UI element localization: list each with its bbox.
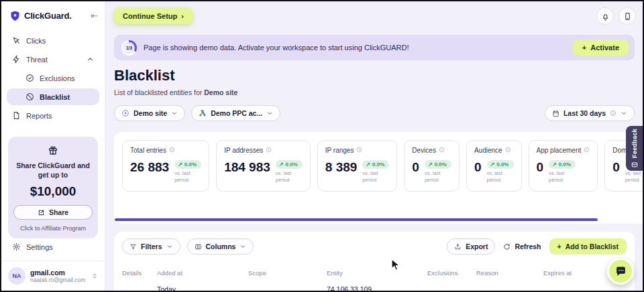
site-target-icon bbox=[121, 109, 129, 117]
external-link-icon bbox=[38, 209, 45, 216]
feedback-tab[interactable]: Feedback bbox=[626, 126, 643, 171]
column-header[interactable]: Exclusions bbox=[427, 269, 476, 277]
stat-sub: vs. last period bbox=[625, 170, 644, 184]
stat-card-audience: Audience 0 ↗0.0% vs. last period bbox=[466, 140, 522, 192]
export-button[interactable]: Export bbox=[447, 238, 495, 254]
table-toolbar: Filters Columns bbox=[122, 238, 627, 254]
activate-button[interactable]: + Activate bbox=[573, 40, 629, 56]
stat-sub: vs. last period bbox=[362, 170, 389, 184]
gift-icon bbox=[48, 145, 58, 155]
trend-up-icon: ↗ bbox=[279, 161, 284, 167]
refresh-button[interactable]: Refresh bbox=[503, 242, 541, 250]
column-header[interactable]: Reason bbox=[476, 269, 543, 277]
sidebar-item-settings[interactable]: Settings bbox=[7, 238, 99, 255]
info-icon[interactable] bbox=[584, 147, 590, 154]
promo-amount: $10,000 bbox=[13, 184, 93, 199]
funnel-icon bbox=[129, 243, 137, 250]
stat-value: 184 983 bbox=[224, 160, 270, 175]
chevron-updown-icon[interactable] bbox=[91, 272, 98, 280]
stats-panel: Total entries 26 883 ↗0.0% vs. last peri… bbox=[114, 132, 644, 224]
topbar: Continue Setup › bbox=[114, 7, 636, 25]
stat-sub: vs. last period bbox=[487, 170, 514, 184]
horizontal-scrollbar[interactable] bbox=[115, 218, 598, 221]
stats-row: Total entries 26 883 ↗0.0% vs. last peri… bbox=[122, 140, 644, 192]
table-toolbar-right: Export Refresh + Add to Blacklist bbox=[447, 238, 627, 254]
notifications-button[interactable] bbox=[596, 7, 614, 25]
column-header[interactable]: Scope bbox=[248, 269, 327, 277]
chevron-down-icon bbox=[239, 243, 246, 250]
sidebar-item-clicks[interactable]: Clicks bbox=[7, 32, 99, 49]
nav-label: Clicks bbox=[26, 37, 46, 45]
chat-bubble-icon bbox=[614, 265, 627, 278]
user-meta: gmail.com naatali.ro@gmail.com bbox=[30, 269, 85, 283]
nav-label: Reports bbox=[26, 112, 52, 120]
subtitle-site-name: Demo site bbox=[204, 88, 237, 96]
device-button[interactable] bbox=[619, 7, 636, 25]
topbar-icons bbox=[596, 7, 636, 25]
main-content: Continue Setup › 1/3 Page bbox=[106, 1, 644, 292]
feedback-envelope-icon bbox=[631, 161, 638, 168]
column-header[interactable]: Added at bbox=[157, 269, 248, 277]
trend-up-icon: ↗ bbox=[178, 161, 182, 167]
continue-setup-button[interactable]: Continue Setup › bbox=[114, 8, 193, 24]
info-icon[interactable] bbox=[266, 147, 272, 154]
feedback-label: Feedback bbox=[631, 129, 638, 158]
nav-label: Exclusions bbox=[40, 74, 75, 82]
table-header-row: Details Added at Scope Entity Exclusions… bbox=[122, 269, 627, 277]
chevron-down-icon bbox=[166, 243, 173, 250]
cell-reason bbox=[476, 285, 543, 292]
mobile-device-icon bbox=[623, 12, 632, 21]
sidebar-item-blacklist[interactable]: Blacklist bbox=[7, 88, 99, 105]
trend-badge: ↗0.0% bbox=[549, 160, 576, 169]
ppc-account-selector[interactable]: Demo PPC ac... bbox=[191, 105, 280, 121]
affiliate-link[interactable]: Click to Affiliate Program bbox=[13, 225, 93, 232]
nav-label: Settings bbox=[26, 243, 53, 251]
trend-badge: ↗0.0% bbox=[276, 160, 303, 169]
trend-badge: ↗0.0% bbox=[174, 160, 201, 169]
sidebar-item-threat[interactable]: Threat bbox=[7, 51, 99, 68]
sidebar-nav: Clicks Threat Exclusions bbox=[1, 25, 105, 126]
gear-icon bbox=[12, 242, 21, 251]
trend-up-icon: ↗ bbox=[428, 161, 433, 167]
page-subtitle: List of blacklisted entities for Demo si… bbox=[114, 88, 237, 96]
site-selector[interactable]: Demo site bbox=[114, 105, 185, 121]
stat-value: 0 bbox=[612, 160, 620, 175]
add-to-blacklist-button[interactable]: + Add to Blacklist bbox=[549, 238, 627, 254]
trend-up-icon: ↗ bbox=[552, 161, 557, 167]
document-icon bbox=[12, 111, 21, 120]
filters-button[interactable]: Filters bbox=[122, 238, 180, 254]
collapse-sidebar-icon[interactable]: ⇤ bbox=[91, 11, 98, 20]
share-button[interactable]: Share bbox=[13, 205, 93, 220]
nav-label: Threat bbox=[26, 56, 48, 64]
chevron-up-icon[interactable] bbox=[87, 56, 94, 63]
demo-data-banner: 1/3 Page is showing demo data. Activate … bbox=[114, 35, 635, 60]
affiliate-promo-card[interactable]: Share ClickGuard and get up to $10,000 S… bbox=[8, 137, 98, 238]
info-icon[interactable] bbox=[356, 147, 362, 154]
info-icon[interactable] bbox=[505, 147, 511, 154]
setup-progress-ring: 1/3 bbox=[121, 40, 137, 56]
column-header[interactable]: Details bbox=[122, 269, 157, 277]
filter-bar: Demo site Demo PPC ac... Last 30 days bbox=[114, 105, 635, 121]
chevron-down-icon bbox=[621, 110, 627, 117]
date-range-selector[interactable]: Last 30 days bbox=[545, 105, 635, 121]
columns-button[interactable]: Columns bbox=[187, 238, 254, 254]
user-account[interactable]: NA gmail.com naatali.ro@gmail.com bbox=[1, 261, 105, 292]
user-name: gmail.com bbox=[30, 269, 85, 277]
column-header[interactable]: Entity bbox=[327, 269, 427, 277]
promo-text: Share ClickGuard and get up to bbox=[13, 161, 93, 179]
info-icon[interactable] bbox=[169, 147, 175, 154]
chat-widget-button[interactable] bbox=[607, 258, 634, 285]
cell-expires-at bbox=[543, 285, 627, 292]
blacklist-table-panel: Filters Columns bbox=[114, 232, 635, 292]
stat-sub: vs. last period bbox=[174, 170, 201, 184]
sidebar-item-reports[interactable]: Reports bbox=[7, 107, 99, 124]
chevron-right-icon: › bbox=[181, 12, 184, 20]
table-row[interactable]: Today 74.106.33.109 bbox=[122, 285, 627, 292]
refresh-icon bbox=[503, 243, 511, 250]
ban-circle-icon bbox=[25, 92, 34, 101]
info-icon[interactable] bbox=[439, 147, 445, 154]
stat-sub: vs. last period bbox=[276, 170, 303, 184]
sidebar-item-exclusions[interactable]: Exclusions bbox=[7, 70, 99, 86]
plus-icon: + bbox=[582, 44, 586, 52]
clicks-cursor-icon bbox=[12, 36, 21, 45]
